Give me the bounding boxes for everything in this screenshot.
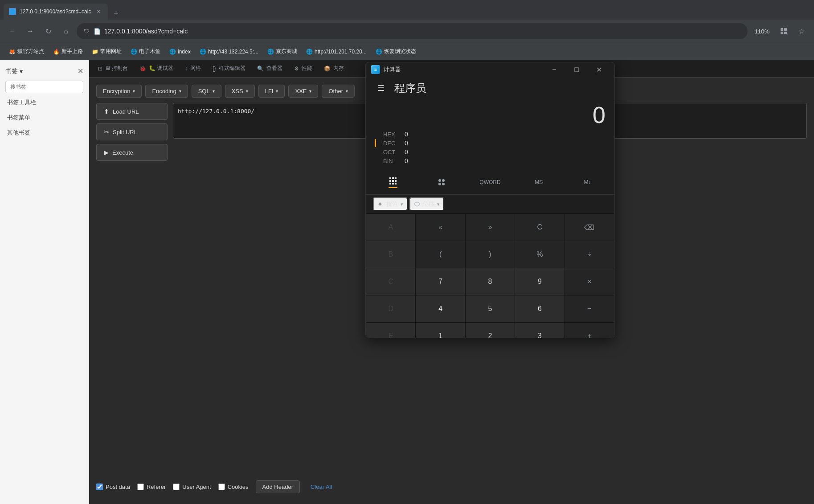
xxe-dropdown[interactable]: XXE ▾ <box>288 85 318 98</box>
extensions-button[interactable] <box>777 24 791 38</box>
star-button[interactable]: ☆ <box>794 24 809 38</box>
calc-btn-clear[interactable]: C <box>515 214 564 241</box>
calc-btn-multiply[interactable]: × <box>565 268 614 295</box>
devtool-tab-style-editor[interactable]: {} 样式编辑器 <box>207 62 251 75</box>
address-input[interactable] <box>104 28 740 35</box>
calc-btn-E[interactable]: E <box>366 323 415 338</box>
bookmark-restore[interactable]: 🌐 恢复浏览状态 <box>372 46 420 57</box>
zoom-level: 110% <box>751 26 773 37</box>
xss-dropdown[interactable]: XSS ▾ <box>225 85 255 98</box>
calc-tab-memory[interactable]: M↓ <box>564 175 611 190</box>
calc-btn-6[interactable]: 6 <box>515 295 564 322</box>
calc-minimize-button[interactable]: − <box>544 62 564 77</box>
sidebar-close-button[interactable]: ✕ <box>78 67 83 75</box>
devtool-tab-console[interactable]: ⊡ 🖥 控制台 <box>93 62 133 75</box>
calc-tab-qword[interactable]: QWORD <box>466 175 513 190</box>
forward-button[interactable]: → <box>23 24 37 38</box>
add-header-button[interactable]: Add Header <box>256 480 300 493</box>
calc-mode-title: 程序员 <box>394 81 426 95</box>
post-data-checkbox[interactable]: Post data <box>96 484 130 490</box>
split-url-button[interactable]: ✂ Split URL <box>96 123 168 140</box>
calc-btn-rshift[interactable]: » <box>466 214 515 241</box>
calc-tab-alt[interactable] <box>418 173 465 191</box>
bookmark-common[interactable]: 📁 常用网址 <box>88 46 125 57</box>
load-url-button[interactable]: ⬆ Load URL <box>96 103 168 120</box>
calc-btn-A[interactable]: A <box>366 214 415 241</box>
calc-btn-divide[interactable]: ÷ <box>565 241 614 268</box>
calc-buttons-grid: A « » C ⌫ B ( ) % ÷ C 7 8 9 × D 4 5 <box>366 213 614 338</box>
calc-maximize-button[interactable]: □ <box>566 62 587 77</box>
calc-btn-B[interactable]: B <box>366 241 415 268</box>
calc-base-bin: BIN 0 <box>375 157 605 165</box>
sidebar-item-toolbar[interactable]: 书签工具栏 <box>0 95 89 110</box>
tab-close-btn[interactable]: × <box>94 8 102 16</box>
calc-base-oct: OCT 0 <box>375 148 605 156</box>
bookmark-ip1[interactable]: 🌐 http://43.132.224.5:... <box>196 47 262 57</box>
calc-btn-4[interactable]: 4 <box>416 295 465 322</box>
user-agent-checkbox[interactable]: User Agent <box>173 484 211 490</box>
calc-btn-5[interactable]: 5 <box>466 295 515 322</box>
encoding-dropdown[interactable]: Encoding ▾ <box>145 85 188 98</box>
bookmarks-sidebar: 书签 ▾ ✕ 书签工具栏 书签菜单 其他书签 <box>0 60 89 504</box>
sidebar-search-input[interactable] <box>5 81 83 93</box>
calc-display: 0 <box>366 100 614 128</box>
calc-btn-close-paren[interactable]: ) <box>466 241 515 268</box>
devtool-tab-performance[interactable]: ⚙ 性能 <box>289 62 318 75</box>
svg-rect-8 <box>392 180 394 182</box>
svg-point-16 <box>442 183 445 185</box>
other-dropdown[interactable]: Other ▾ <box>322 85 355 98</box>
options-row: Post data Referer User Agent Cookies <box>96 477 807 497</box>
calc-btn-backspace[interactable]: ⌫ <box>565 214 614 241</box>
calc-btn-add[interactable]: + <box>565 323 614 338</box>
svg-rect-1 <box>784 28 787 31</box>
devtool-tab-inspector[interactable]: 🔍 查看器 <box>252 62 288 75</box>
calc-tab-grid[interactable] <box>369 172 416 193</box>
calc-btn-C[interactable]: C <box>366 268 415 295</box>
calc-btn-lshift[interactable]: « <box>416 214 465 241</box>
calc-menu-button[interactable]: ☰ <box>373 80 389 96</box>
calc-btn-1[interactable]: 1 <box>416 323 465 338</box>
calc-btn-9[interactable]: 9 <box>515 268 564 295</box>
devtool-tab-memory[interactable]: 📦 内存 <box>319 62 349 75</box>
bookmark-index[interactable]: 🌐 index <box>166 47 194 57</box>
sidebar-item-other[interactable]: 其他书签 <box>0 125 89 140</box>
devtool-tab-network[interactable]: ↕ 网络 <box>180 62 206 75</box>
clear-all-button[interactable]: Clear All <box>307 481 335 493</box>
calc-bitshift-button[interactable]: 位移 ▾ <box>409 197 444 211</box>
sidebar-item-menu[interactable]: 书签菜单 <box>0 110 89 125</box>
sql-dropdown[interactable]: SQL ▾ <box>192 85 221 98</box>
calc-btn-8[interactable]: 8 <box>466 268 515 295</box>
back-button[interactable]: ← <box>5 24 20 38</box>
encryption-dropdown[interactable]: Encryption ▾ <box>96 85 142 98</box>
browser-tab[interactable]: 🌐 127.0.0.1:8000/asd?cmd=calc × <box>4 4 108 20</box>
calc-btn-7[interactable]: 7 <box>416 268 465 295</box>
bookmark-jd[interactable]: 🌐 京东商城 <box>264 46 301 57</box>
cookies-checkbox[interactable]: Cookies <box>218 484 249 490</box>
calc-btn-percent[interactable]: % <box>515 241 564 268</box>
bookmark-newuser[interactable]: 🔥 新手上路 <box>49 46 86 57</box>
address-bar[interactable]: 🛡 📄 <box>77 23 748 39</box>
play-icon: ▶ <box>104 149 109 156</box>
calc-btn-3[interactable]: 3 <box>515 323 564 338</box>
execute-button[interactable]: ▶ Execute <box>96 144 168 161</box>
calc-close-button[interactable]: ✕ <box>589 62 609 77</box>
tab-title: 127.0.0.1:8000/asd?cmd=calc <box>20 8 91 15</box>
calc-btn-D[interactable]: D <box>366 295 415 322</box>
sidebar-title: 书签 ▾ <box>5 67 23 75</box>
devtool-tab-debugger[interactable]: 🐞 🐛 调试器 <box>134 62 178 75</box>
refresh-button[interactable]: ↻ <box>41 24 55 38</box>
bookmark-foxofficial[interactable]: 🦊 狐官方站点 <box>5 46 48 57</box>
calc-btn-subtract[interactable]: − <box>565 295 614 322</box>
lfi-dropdown[interactable]: LFI ▾ <box>258 85 285 98</box>
calc-btn-open-paren[interactable]: ( <box>416 241 465 268</box>
referer-checkbox[interactable]: Referer <box>137 484 166 490</box>
svg-rect-7 <box>389 180 391 182</box>
bookmark-ip2[interactable]: 🌐 http://101.201.70.20... <box>303 47 370 57</box>
calc-tab-ms[interactable]: MS <box>515 175 562 190</box>
bookmark-dianzimuyu[interactable]: 🌐 电子木鱼 <box>127 46 164 57</box>
home-button[interactable]: ⌂ <box>59 24 73 38</box>
calc-bitwise-button[interactable]: 按位 ▾ <box>373 197 408 211</box>
calc-btn-2[interactable]: 2 <box>466 323 515 338</box>
new-tab-button[interactable]: + <box>110 7 122 20</box>
calc-mode-row: 按位 ▾ 位移 ▾ <box>366 195 614 213</box>
